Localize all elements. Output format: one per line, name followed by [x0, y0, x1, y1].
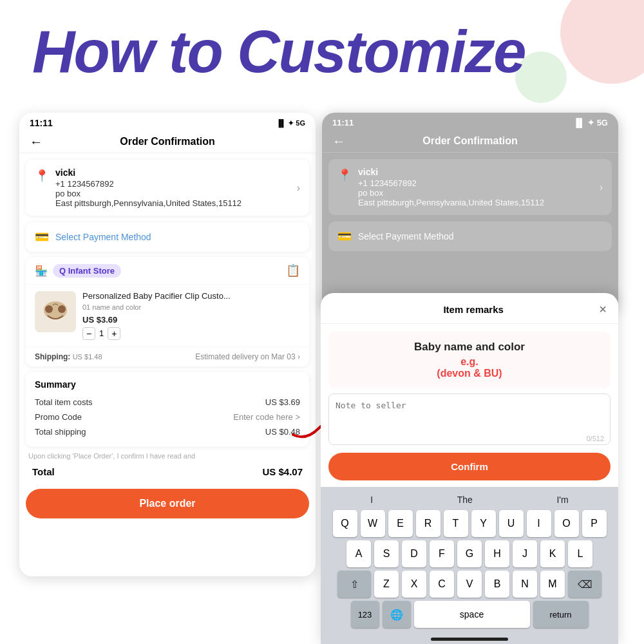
back-button-right[interactable]: ←	[332, 134, 345, 149]
address-line1-left: po box	[55, 189, 290, 198]
confirm-button[interactable]: Confirm	[328, 453, 611, 480]
phone-left-screenshot: 11:11 ▐▌ ✦ 5G ← Order Confirmation 📍 vic…	[19, 113, 316, 576]
address-phone-right: +1 1234567892	[358, 178, 593, 188]
key-t[interactable]: T	[444, 510, 468, 537]
key-f[interactable]: F	[430, 540, 454, 567]
popup-instruction-example: e.g. (devon & BU)	[339, 356, 600, 379]
key-d[interactable]: D	[402, 540, 426, 567]
suggestion-the[interactable]: The	[457, 495, 473, 505]
address-card-right[interactable]: 📍 vicki +1 1234567892 po box East pittsb…	[328, 159, 612, 215]
key-i[interactable]: I	[527, 510, 551, 537]
key-g[interactable]: G	[457, 540, 482, 567]
address-content-right: vicki +1 1234567892 po box East pittsbur…	[358, 167, 593, 207]
qty-number: 1	[99, 328, 104, 338]
chevron-right-icon-right: ›	[600, 182, 603, 193]
key-o[interactable]: O	[554, 510, 579, 537]
keyboard-row-1: Q W E R T Y U I O P	[323, 510, 616, 537]
key-x[interactable]: X	[402, 571, 426, 598]
nav-title-left: Order Confirmation	[120, 136, 215, 147]
svg-point-2	[45, 305, 53, 313]
store-name-badge: Q Infant Store	[53, 264, 121, 278]
status-icons-right: ▐▌ ✦ 5G	[573, 118, 608, 128]
back-button-left[interactable]: ←	[30, 135, 43, 149]
home-indicator	[431, 638, 508, 641]
shipping-cost-left: US $1.48	[73, 353, 102, 361]
store-card-left: 🏪 Q Infant Store 📋 Personalized Baby Pac…	[26, 257, 309, 366]
key-shift[interactable]: ⇧	[337, 571, 371, 598]
total-label-left: Total	[32, 466, 55, 477]
shipping-title: Shipping:	[35, 352, 70, 361]
qty-row-left: − 1 +	[82, 327, 300, 340]
total-items-label: Total item costs	[35, 397, 93, 407]
product-name-left: Personalized Baby Pacifier Clip Custo...	[82, 291, 300, 302]
payment-icon-left: 💳	[35, 230, 49, 244]
phone-right-screenshot: 11:11 ▐▌ ✦ 5G ← Order Confirmation 📍 vic…	[322, 113, 618, 312]
char-count-label: 0/512	[586, 435, 604, 442]
chevron-right-icon-left: ›	[297, 182, 300, 194]
status-time-right: 11:11	[332, 118, 354, 128]
product-svg	[35, 291, 76, 332]
key-globe[interactable]: 🌐	[383, 601, 411, 628]
suggestion-im[interactable]: I'm	[556, 495, 568, 505]
address-line2-right: East pittsburgh,Pennsylvania,United Stat…	[358, 198, 593, 207]
total-items-value: US $3.69	[265, 397, 300, 407]
popup-title: Item remarks	[348, 304, 599, 315]
keyboard-row-4: 123 🌐 space return	[323, 601, 616, 628]
key-k[interactable]: K	[540, 540, 565, 567]
address-name-right: vicki	[358, 167, 593, 177]
key-return[interactable]: return	[533, 601, 589, 628]
key-b[interactable]: B	[485, 571, 509, 598]
key-j[interactable]: J	[513, 540, 537, 567]
status-time-left: 11:11	[30, 118, 53, 128]
summary-row-promo[interactable]: Promo Code Enter code here >	[35, 410, 300, 424]
keyboard-row-3: ⇧ Z X C V B N M ⌫	[323, 571, 616, 598]
product-info-left: Personalized Baby Pacifier Clip Custo...…	[82, 291, 300, 340]
key-backspace[interactable]: ⌫	[568, 571, 601, 598]
key-q[interactable]: Q	[333, 510, 357, 537]
status-bar-left: 11:11 ▐▌ ✦ 5G	[19, 113, 316, 131]
keyboard-row-2: A S D F G H J K L	[323, 540, 616, 567]
payment-label-right: Select Payment Method	[358, 231, 454, 242]
key-u[interactable]: U	[499, 510, 524, 537]
suggestion-i[interactable]: I	[370, 495, 373, 505]
status-icons-left: ▐▌ ✦ 5G	[276, 119, 305, 128]
payment-card-right[interactable]: 💳 Select Payment Method	[328, 222, 612, 251]
shipping-est-left: Estimated delivery on Mar 03 ›	[195, 352, 300, 361]
key-r[interactable]: R	[416, 510, 440, 537]
address-content-left: vicki +1 1234567892 po box East pittsbur…	[55, 167, 290, 208]
nav-bar-left: ← Order Confirmation	[19, 131, 316, 153]
key-e[interactable]: E	[388, 510, 413, 537]
payment-icon-right: 💳	[337, 229, 352, 243]
item-remarks-popup: Item remarks × Baby name and color e.g. …	[321, 293, 618, 644]
total-value-left: US $4.07	[262, 466, 303, 477]
key-z[interactable]: Z	[374, 571, 399, 598]
key-w[interactable]: W	[361, 510, 385, 537]
qty-increase-btn[interactable]: +	[108, 327, 120, 340]
place-order-button[interactable]: Place order	[26, 489, 309, 518]
key-m[interactable]: M	[540, 571, 565, 598]
qty-decrease-btn[interactable]: −	[82, 327, 95, 340]
keyboard: I The I'm Q W E R T Y U I O P A S D F G …	[321, 487, 618, 644]
key-l[interactable]: L	[568, 540, 592, 567]
key-space[interactable]: space	[414, 601, 530, 628]
key-numbers[interactable]: 123	[351, 601, 379, 628]
address-line2-left: East pittsburgh,Pennsylvania,United Stat…	[55, 198, 290, 208]
address-card-left[interactable]: 📍 vicki +1 1234567892 po box East pittsb…	[26, 160, 309, 216]
popup-textarea-area: 0/512	[328, 393, 611, 448]
address-phone-left: +1 1234567892	[55, 179, 290, 189]
key-n[interactable]: N	[513, 571, 537, 598]
popup-instruction-title: Baby name and color	[339, 341, 600, 354]
key-p[interactable]: P	[582, 510, 607, 537]
key-h[interactable]: H	[485, 540, 509, 567]
key-a[interactable]: A	[346, 540, 371, 567]
note-icon-left[interactable]: 📋	[286, 263, 300, 278]
payment-card-left[interactable]: 💳 Select Payment Method	[26, 222, 309, 252]
bg-circle-pink	[560, 0, 644, 84]
key-c[interactable]: C	[430, 571, 454, 598]
keyboard-suggestions: I The I'm	[323, 492, 616, 510]
note-to-seller-input[interactable]	[328, 393, 611, 445]
key-s[interactable]: S	[374, 540, 399, 567]
popup-close-button[interactable]: ×	[599, 302, 607, 317]
key-v[interactable]: V	[457, 571, 482, 598]
key-y[interactable]: Y	[471, 510, 496, 537]
